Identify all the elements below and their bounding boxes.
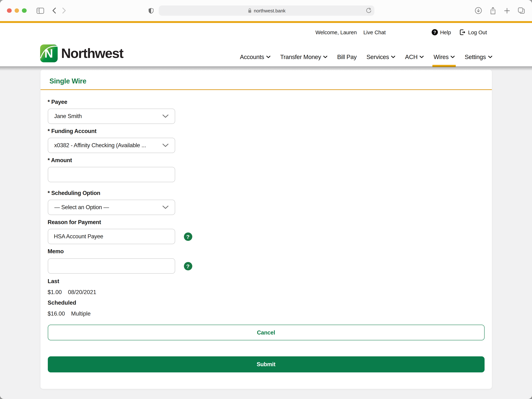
download-icon [475,7,482,14]
amount-input[interactable] [48,167,175,182]
tabs-icon [518,7,525,14]
funding-account-value: x0382 - Affinity Checking (Available ... [54,142,146,149]
single-wire-form: * Payee Jane Smith * Funding Account x03… [40,98,492,389]
scheduled-row: $16.00 Multiple [48,310,484,317]
payee-value: Jane Smith [54,113,82,120]
refresh-button[interactable] [366,7,371,13]
browser-chrome: northwest.bank [0,0,532,21]
help-link[interactable]: ? Help [432,29,451,35]
nav-label: Settings [465,54,486,61]
brand-logo[interactable]: N Northwest [40,44,123,62]
privacy-shield-button[interactable] [148,7,154,14]
funding-account-label: * Funding Account [48,128,484,135]
page-background: Single Wire * Payee Jane Smith * Funding… [0,66,532,399]
scheduled-label: Scheduled [48,299,484,306]
back-button[interactable] [52,7,56,14]
forward-button[interactable] [62,7,66,14]
last-row: $1.00 08/20/2021 [48,289,484,295]
help-label: Help [440,29,451,35]
cancel-button[interactable]: Cancel [48,325,484,340]
scheduled-amount: $16.00 [48,310,65,317]
last-date: 08/20/2021 [68,289,96,295]
nav-item-transfer-money[interactable]: Transfer Money [280,54,327,61]
share-button[interactable] [490,7,496,14]
logout-label: Log Out [468,29,487,35]
new-tab-button[interactable] [504,7,510,14]
submit-button[interactable]: Submit [48,356,484,372]
nav-item-accounts[interactable]: Accounts [240,54,270,61]
logo-monogram: N [44,47,53,59]
url-text: northwest.bank [254,8,285,13]
nav-label: Bill Pay [337,54,357,61]
site-header: N Northwest Welcome, Lauren Live Chat ? … [0,23,532,66]
single-wire-card: Single Wire * Payee Jane Smith * Funding… [40,69,492,389]
scheduling-option-label: * Scheduling Option [48,190,484,196]
shield-icon [148,7,154,14]
share-icon [490,7,496,14]
amount-label: * Amount [48,157,484,164]
payee-label: * Payee [48,98,484,105]
memo-help-icon[interactable]: ? [184,262,192,270]
traffic-lights [7,8,26,13]
scheduling-option-value: — Select an Option — [54,204,109,211]
logout-icon [459,29,466,35]
welcome-text: Welcome, Lauren [316,29,357,35]
reason-help-icon[interactable]: ? [184,232,192,241]
card-header: Single Wire [40,70,492,90]
scheduling-option-select[interactable]: — Select an Option — [48,200,175,215]
nav-label: Accounts [240,54,264,61]
lock-icon [247,8,252,13]
chevron-down-icon [162,114,168,118]
live-chat-link[interactable]: Live Chat [363,29,386,35]
brand-name: Northwest [61,46,123,61]
nav-item-bill-pay[interactable]: Bill Pay [337,54,357,61]
reason-input[interactable] [48,229,175,244]
browser-window: northwest.bank [0,0,532,399]
last-amount: $1.00 [48,289,62,295]
chevron-down-icon [391,56,395,58]
chevron-down-icon [162,206,168,209]
main-nav: Accounts Transfer Money Bill Pay Service… [240,54,492,61]
address-bar[interactable]: northwest.bank [159,6,374,16]
sidebar-icon [36,7,44,14]
zoom-window-button[interactable] [22,8,26,13]
memo-input[interactable] [48,258,175,274]
plus-icon [504,7,510,14]
nav-item-ach[interactable]: ACH [405,54,424,61]
downloads-button[interactable] [475,7,482,14]
logo-mark: N [40,44,57,62]
utility-nav: Welcome, Lauren Live Chat ? Help [316,29,487,35]
chevron-down-icon [266,56,270,58]
payee-select[interactable]: Jane Smith [48,109,175,124]
nav-label: Transfer Money [280,54,321,61]
sidebar-toggle-button[interactable] [36,7,44,14]
gold-rule [40,89,492,90]
tab-overview-button[interactable] [518,7,525,14]
logout-link[interactable]: Log Out [459,29,487,35]
refresh-icon [366,7,371,13]
chevron-down-icon [162,144,168,147]
page-title: Single Wire [50,77,482,85]
close-window-button[interactable] [7,8,12,13]
brand-accent-bar [0,21,532,23]
nav-label: Wires [434,54,449,61]
funding-account-select[interactable]: x0382 - Affinity Checking (Available ... [48,138,175,153]
nav-label: Services [367,54,389,61]
nav-item-settings[interactable]: Settings [465,54,492,61]
scheduled-value: Multiple [71,310,91,317]
nav-item-wires[interactable]: Wires [434,54,455,61]
chevron-down-icon [420,56,424,58]
nav-item-services[interactable]: Services [367,54,395,61]
chevron-down-icon [488,56,492,58]
reason-label: Reason for Payment [48,219,484,226]
nav-label: ACH [405,54,418,61]
minimize-window-button[interactable] [14,8,19,13]
memo-label: Memo [48,248,484,255]
chevron-down-icon [323,56,327,58]
chevron-right-icon [62,7,66,14]
chevron-down-icon [451,56,455,58]
last-label: Last [48,278,484,285]
help-icon: ? [432,29,438,35]
chevron-left-icon [52,7,56,14]
